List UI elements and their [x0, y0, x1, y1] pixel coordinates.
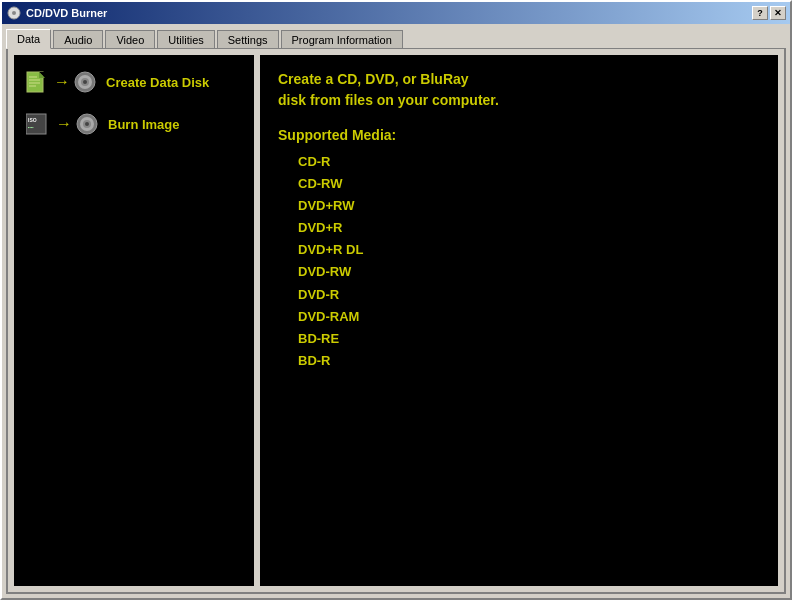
media-item-dvd-ram: DVD-RAM — [298, 306, 760, 328]
window-title: CD/DVD Burner — [26, 7, 752, 19]
burn-image-item[interactable]: ISO ▪▪▪▪ → Burn Image — [22, 107, 246, 141]
title-bar: CD/DVD Burner ? ✕ — [2, 2, 790, 24]
intro-text: Create a CD, DVD, or BluRaydisk from fil… — [278, 69, 760, 111]
tab-bar: Data Audio Video Utilities Settings Prog… — [2, 24, 790, 48]
media-item-cd-rw: CD-RW — [298, 173, 760, 195]
media-item-bd-r: BD-R — [298, 350, 760, 372]
app-window: CD/DVD Burner ? ✕ Data Audio Video Utili… — [0, 0, 792, 600]
burn-image-icon: ISO ▪▪▪▪ → — [26, 113, 98, 135]
burn-image-label: Burn Image — [108, 117, 180, 132]
create-data-disk-item[interactable]: → Create Data Disk — [22, 65, 246, 99]
tab-utilities[interactable]: Utilities — [157, 30, 214, 50]
media-list: CD-R CD-RW DVD+RW DVD+R DVD+R DL DVD-RW … — [278, 151, 760, 372]
svg-point-12 — [83, 80, 87, 84]
media-item-dvd-plus-r: DVD+R — [298, 217, 760, 239]
arrow-icon: → — [54, 73, 70, 91]
media-item-dvd-plus-rw: DVD+RW — [298, 195, 760, 217]
left-panel: → Create Data Disk — [14, 55, 254, 586]
tab-video[interactable]: Video — [105, 30, 155, 50]
tab-audio[interactable]: Audio — [53, 30, 103, 50]
svg-text:▪▪▪▪: ▪▪▪▪ — [28, 125, 34, 130]
media-item-dvd-minus-r: DVD-R — [298, 284, 760, 306]
help-button[interactable]: ? — [752, 6, 768, 20]
tab-data[interactable]: Data — [6, 29, 51, 49]
content-area: → Create Data Disk — [6, 48, 786, 594]
tab-settings[interactable]: Settings — [217, 30, 279, 50]
arrow-icon-2: → — [56, 115, 72, 133]
svg-point-19 — [85, 122, 89, 126]
supported-media-title: Supported Media: — [278, 127, 760, 143]
media-item-dvd-minus-rw: DVD-RW — [298, 261, 760, 283]
app-icon — [6, 5, 22, 21]
create-data-icon: → — [26, 71, 96, 93]
tab-program-information[interactable]: Program Information — [281, 30, 403, 50]
create-data-disk-label: Create Data Disk — [106, 75, 209, 90]
svg-text:ISO: ISO — [28, 117, 37, 123]
close-button[interactable]: ✕ — [770, 6, 786, 20]
media-item-cd-r: CD-R — [298, 151, 760, 173]
content-inner: → Create Data Disk — [8, 49, 784, 592]
window-controls: ? ✕ — [752, 6, 786, 20]
svg-point-1 — [12, 11, 16, 15]
right-panel: Create a CD, DVD, or BluRaydisk from fil… — [260, 55, 778, 586]
media-item-dvd-plus-r-dl: DVD+R DL — [298, 239, 760, 261]
media-item-bd-re: BD-RE — [298, 328, 760, 350]
